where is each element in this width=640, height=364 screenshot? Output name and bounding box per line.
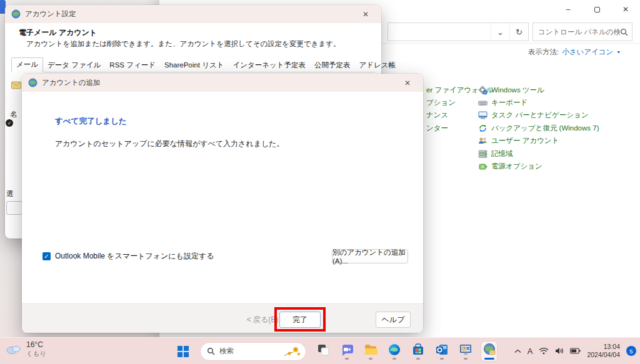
minimize-icon: – [566, 5, 571, 14]
cp-item-label[interactable]: ユーザー アカウント [491, 136, 559, 145]
taskbar: 16°C くもり 検索 [0, 337, 640, 364]
edge-browser-button[interactable] [386, 342, 402, 361]
add-account-titlebar: アカウントの追加 ✕ [22, 74, 423, 92]
taskbar-clock[interactable]: 13:04 2024/04/04 [587, 343, 620, 359]
microsoft-store-button[interactable] [410, 342, 426, 361]
search-input[interactable] [538, 28, 620, 36]
completion-heading: すべて完了しました [55, 116, 127, 127]
close-icon: ✕ [622, 5, 629, 14]
mail-setup-icon [28, 78, 38, 87]
completion-message: アカウントのセットアップに必要な情報がすべて入力されました。 [55, 139, 284, 149]
dropdown-arrow-icon[interactable]: ▼ [616, 50, 621, 54]
default-account-check-icon: ✓ [6, 119, 13, 127]
close-icon: ✕ [404, 79, 411, 87]
cp-item-user-accounts[interactable]: ユーザー アカウント [478, 135, 599, 147]
mail-setup-app-button[interactable] [481, 342, 497, 361]
refresh-button[interactable]: ↻ [509, 23, 528, 41]
maximize-icon [594, 7, 600, 12]
file-explorer-button[interactable] [362, 342, 378, 361]
name-column-fragment: 名 [10, 110, 18, 119]
control-panel-right-column: Windows ツール キーボード タスク バーとナビゲーション バックアップと… [478, 84, 599, 173]
cp-item-keyboard[interactable]: キーボード [478, 96, 599, 109]
close-button[interactable]: ✕ [398, 76, 417, 90]
dialog-title: アカウントの追加 [42, 78, 101, 87]
hidden-icons-button[interactable] [514, 349, 521, 353]
close-button[interactable]: ✕ [611, 0, 640, 19]
tab-data-files[interactable]: データ ファイル [43, 59, 105, 72]
task-view-button[interactable] [315, 342, 331, 361]
delivery-text-fragment: 選 [6, 189, 14, 199]
help-button[interactable]: ヘルプ [376, 312, 411, 328]
outlook-app-button[interactable] [434, 342, 449, 361]
desktop: – ✕ ⌄ ↻ 表示方法: 小さいアイコン ▼ er ファイアウォール プション… [0, 0, 640, 364]
address-bar[interactable]: ⌄ ↻ [388, 22, 529, 41]
add-another-account-button[interactable]: 別のアカウントの追加(A)... [332, 249, 408, 263]
view-by-control: 表示方法: 小さいアイコン ▼ [528, 47, 621, 57]
outlook-mobile-checkbox-label[interactable]: Outlook Mobile をスマートフォンにも設定する [55, 251, 214, 262]
cp-item-label[interactable]: キーボード [491, 98, 528, 107]
chat-app-button[interactable] [339, 342, 354, 361]
account-settings-titlebar: アカウント設定 ✕ [5, 5, 381, 23]
outlook-icon [435, 343, 449, 357]
backup-restore-icon [478, 124, 488, 133]
taskbar-app-icons [315, 342, 497, 361]
close-button[interactable]: ✕ [356, 7, 375, 21]
microsoft-store-icon [411, 343, 425, 357]
outlook-mobile-checkbox-row: ✓ Outlook Mobile をスマートフォンにも設定する [42, 251, 214, 262]
battery-icon[interactable] [570, 348, 581, 354]
control-panel-search[interactable] [532, 22, 632, 41]
weather-widget[interactable]: 16°C くもり [5, 341, 46, 357]
cp-item-backup-restore[interactable]: バックアップと復元 (Windows 7) [478, 122, 599, 134]
cp-item-taskbar-navigation[interactable]: タスク バーとナビゲーション [478, 109, 599, 122]
view-by-label: 表示方法: [528, 47, 559, 57]
change-folder-button-fragment[interactable] [6, 201, 22, 215]
start-button[interactable] [174, 342, 192, 361]
power-options-icon [478, 162, 488, 171]
control-panel-app-button[interactable] [458, 342, 473, 361]
taskbar-search[interactable]: 検索 [200, 342, 306, 361]
cp-item-label[interactable]: 電源オプション [491, 162, 542, 171]
refresh-icon: ↻ [516, 27, 522, 37]
tab-mail[interactable]: メール [11, 57, 43, 72]
email-accounts-header: 電子メール アカウント [19, 27, 97, 38]
edge-icon [388, 343, 401, 357]
tab-sharepoint-lists[interactable]: SharePoint リスト [160, 59, 228, 72]
mail-setup-icon [11, 9, 21, 19]
outlook-mobile-checkbox[interactable]: ✓ [42, 252, 51, 260]
view-by-value-link[interactable]: 小さいアイコン [562, 47, 613, 57]
cp-item-label[interactable]: Windows ツール [491, 86, 544, 95]
tab-internet-calendars[interactable]: インターネット予定表 [228, 59, 310, 72]
new-account-icon [11, 81, 21, 91]
cp-item-windows-tools[interactable]: Windows ツール [478, 84, 599, 96]
cloud-icon [5, 343, 22, 355]
search-icon [620, 28, 628, 36]
cp-item-storage-spaces[interactable]: 記憶域 [478, 147, 599, 160]
minimize-button[interactable]: – [554, 0, 582, 19]
ime-mode-indicator[interactable]: A [528, 347, 533, 356]
chat-icon [340, 343, 354, 357]
close-icon: ✕ [362, 10, 369, 19]
cp-item-label[interactable]: タスク バーとナビゲーション [491, 111, 589, 120]
maximize-button[interactable] [582, 0, 611, 19]
file-explorer-icon [364, 343, 378, 357]
address-dropdown-button[interactable]: ⌄ [491, 23, 509, 41]
weather-temperature: 16°C [26, 341, 46, 350]
notification-badge[interactable]: 5 [626, 346, 636, 356]
tab-published-calendars[interactable]: 公開予定表 [310, 59, 355, 72]
window-title: アカウント設定 [25, 9, 76, 19]
volume-icon[interactable] [555, 347, 564, 355]
user-accounts-icon [478, 136, 488, 145]
search-icon [207, 347, 215, 355]
cp-item-label[interactable]: バックアップと復元 (Windows 7) [491, 124, 599, 133]
search-label: 検索 [219, 347, 278, 356]
system-tray: A 13:04 2024/04/04 5 [514, 341, 636, 361]
mail-setup-icon [482, 343, 496, 357]
tab-address-books[interactable]: アドレス帳 [355, 59, 401, 72]
wifi-icon[interactable] [539, 347, 549, 355]
clock-time: 13:04 [587, 343, 620, 351]
tab-rss-feeds[interactable]: RSS フィード [105, 59, 160, 72]
taskbar-navigation-icon [478, 111, 488, 120]
cp-item-label[interactable]: 記憶域 [491, 149, 513, 159]
control-panel-icon [459, 343, 472, 357]
cp-item-power-options[interactable]: 電源オプション [478, 160, 599, 172]
